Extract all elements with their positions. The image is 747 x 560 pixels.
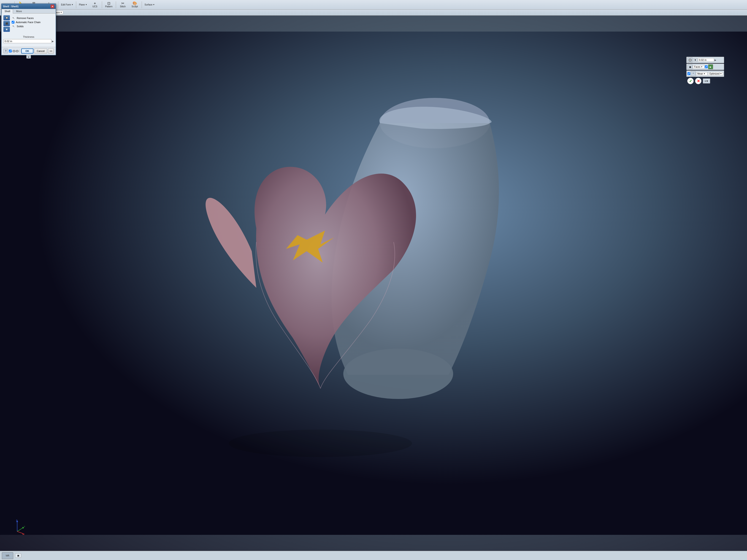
stitch-icon: ✂ xyxy=(121,2,124,5)
ucs-button[interactable]: ⌖ UCS xyxy=(89,1,101,9)
help-button[interactable]: ? xyxy=(3,49,8,53)
sep2 xyxy=(58,1,58,8)
thickness-expand-arrow[interactable]: ▶ xyxy=(52,40,54,43)
tab-more[interactable]: More xyxy=(13,9,25,13)
dialog-close-button[interactable]: ✕ xyxy=(51,5,54,8)
solids-icon: ↖ xyxy=(12,25,15,28)
pattern-label: Pattern xyxy=(105,5,112,8)
edit-form-label: Edit Form xyxy=(61,3,71,6)
footer-center: OK Cancel >> xyxy=(21,49,54,54)
edit-form-arrow: ▼ xyxy=(71,4,73,6)
solids-row: ↖ Solids xyxy=(12,25,54,28)
sep3 xyxy=(76,1,76,8)
dialog-footer: ? 〕 OK Cancel >> xyxy=(2,47,56,55)
sculpt-button[interactable]: 🎨 Sculpt xyxy=(129,1,140,9)
auto-face-chain-row: Automatic Face Chain xyxy=(12,21,54,24)
solids-label: Solids xyxy=(17,25,24,28)
sculpt-label: Sculpt xyxy=(132,5,138,8)
dialog-tabs: Shell More xyxy=(2,9,56,14)
glass-left xyxy=(12,50,15,52)
viewport[interactable]: Z Y X 🔲 ▼ 0.02 in ▶ ▣ Faces ▼ xyxy=(0,16,374,280)
dialog-content: 🔲 ⬛ ▣ ↖ Remove Faces Automatic Face Chai… xyxy=(2,14,56,47)
face-icon-btn-1[interactable]: 🔲 xyxy=(3,15,10,20)
remove-faces-row: ↖ Remove Faces xyxy=(12,16,54,20)
surface-arrow: ▼ xyxy=(153,4,155,6)
shell-dialog: Shell : Shell1 ✕ Shell More 🔲 ⬛ ▣ ↖ Remo… xyxy=(1,3,56,55)
help-icon: ? xyxy=(5,50,6,52)
stitch-label: Stitch xyxy=(120,5,126,8)
glasses-icon: 〕 xyxy=(12,50,21,53)
options-panel: ↖ Remove Faces Automatic Face Chain ↖ So… xyxy=(12,15,54,29)
plane-dropdown[interactable]: Plane ▼ xyxy=(77,1,89,9)
auto-face-chain-label: Automatic Face Chain xyxy=(16,21,41,24)
face-icon-btn-2[interactable]: ⬛ xyxy=(3,21,10,26)
sculpt-icon: 🎨 xyxy=(132,2,137,5)
face-icon-group: 🔲 ⬛ ▣ xyxy=(3,15,10,32)
ucs-icon: ⌖ xyxy=(94,2,96,5)
edit-form-dropdown[interactable]: Edit Form ▼ xyxy=(59,1,75,9)
remove-faces-icon: ↖ xyxy=(12,16,15,20)
surface-sub-arrow: ▼ xyxy=(60,11,62,14)
pattern-button[interactable]: ⊡ Pattern xyxy=(103,1,115,9)
pattern-icon: ⊡ xyxy=(107,2,110,5)
auto-face-chain-checkbox[interactable] xyxy=(12,21,15,24)
ok-label: OK xyxy=(25,50,29,52)
collapse-arrow[interactable]: ▲ xyxy=(26,55,31,58)
3d-viewport xyxy=(0,16,374,280)
remove-faces-label: Remove Faces xyxy=(17,17,34,20)
ok-button[interactable]: OK xyxy=(21,49,33,54)
footer-left: ? 〕 xyxy=(3,49,21,53)
dialog-title-bar: Shell : Shell1 ✕ xyxy=(2,4,56,9)
tab-more-label: More xyxy=(16,10,22,12)
plane-label: Plane xyxy=(79,3,85,6)
thickness-label: Thickness xyxy=(3,35,54,38)
face-icon-btn-3[interactable]: ▣ xyxy=(3,27,10,32)
glass-right xyxy=(16,50,19,52)
cancel-button[interactable]: Cancel xyxy=(34,49,47,54)
sep5 xyxy=(116,1,116,8)
preview-checkbox[interactable] xyxy=(9,50,12,52)
stitch-button[interactable]: ✂ Stitch xyxy=(117,1,129,9)
tab-shell-label: Shell xyxy=(5,10,10,12)
tab-shell[interactable]: Shell xyxy=(2,9,13,14)
expand-icon: >> xyxy=(50,50,52,52)
plane-arrow: ▼ xyxy=(85,4,87,6)
thickness-input[interactable] xyxy=(3,39,51,43)
surface-label: Surface xyxy=(145,3,152,6)
surface-dropdown[interactable]: Surface ▼ xyxy=(143,1,156,9)
thickness-input-row: ▶ xyxy=(3,39,54,43)
ucs-label: UCS xyxy=(93,5,97,8)
dialog-title-text: Shell : Shell1 xyxy=(3,5,19,8)
cancel-label: Cancel xyxy=(37,50,45,52)
sep6 xyxy=(141,1,142,8)
thickness-section: Thickness ▶ xyxy=(3,35,54,43)
expand-button[interactable]: >> xyxy=(48,49,54,54)
glasses-stem: 〕 xyxy=(19,50,21,53)
